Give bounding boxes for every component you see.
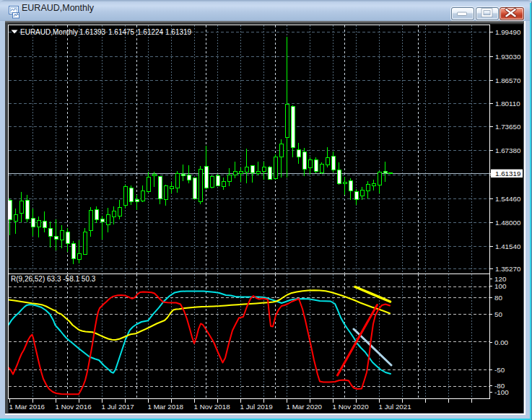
svg-text:1 Mar 2018: 1 Mar 2018 bbox=[148, 403, 184, 411]
svg-text:1 Nov 2018: 1 Nov 2018 bbox=[194, 403, 231, 411]
svg-text:-100: -100 bbox=[494, 388, 509, 396]
svg-text:1 Jul 2019: 1 Jul 2019 bbox=[240, 403, 273, 411]
svg-text:1 Nov 2020: 1 Nov 2020 bbox=[333, 403, 370, 411]
svg-text:EURAUD,Monthly: EURAUD,Monthly bbox=[20, 28, 78, 36]
svg-text:1.35270: 1.35270 bbox=[495, 265, 521, 273]
svg-text:-50: -50 bbox=[494, 366, 505, 374]
svg-text:1.73650: 1.73650 bbox=[495, 123, 521, 131]
svg-text:0.00: 0.00 bbox=[494, 338, 509, 346]
svg-text:1 Mar 2020: 1 Mar 2020 bbox=[287, 403, 323, 411]
svg-text:1 Mar 2016: 1 Mar 2016 bbox=[9, 403, 45, 411]
svg-text:1.93030: 1.93030 bbox=[495, 53, 521, 61]
svg-text:1.61475: 1.61475 bbox=[108, 28, 135, 36]
svg-text:80: 80 bbox=[494, 294, 502, 302]
svg-text:1.67380: 1.67380 bbox=[495, 146, 521, 154]
svg-text:1.61319: 1.61319 bbox=[495, 170, 520, 178]
svg-text:1.48000: 1.48000 bbox=[495, 219, 521, 227]
svg-text:1 Jul 2021: 1 Jul 2021 bbox=[379, 403, 411, 411]
svg-text:1.61224: 1.61224 bbox=[137, 28, 164, 36]
svg-text:1.61319: 1.61319 bbox=[165, 28, 192, 36]
svg-text:50: 50 bbox=[494, 310, 502, 318]
svg-text:1 Jul 2017: 1 Jul 2017 bbox=[102, 403, 134, 411]
svg-text:120: 120 bbox=[494, 275, 507, 283]
svg-text:1.80110: 1.80110 bbox=[495, 100, 520, 108]
svg-text:1.99490: 1.99490 bbox=[495, 28, 521, 36]
svg-text:1.41540: 1.41540 bbox=[495, 242, 521, 250]
svg-text:1.61393: 1.61393 bbox=[79, 28, 106, 36]
svg-text:1 Nov 2016: 1 Nov 2016 bbox=[56, 403, 92, 411]
svg-text:1.86570: 1.86570 bbox=[495, 76, 521, 84]
svg-text:1.54460: 1.54460 bbox=[495, 195, 521, 203]
svg-text:100: 100 bbox=[494, 282, 507, 290]
svg-text:R(9,26,52) 63.3 -58.1 50.3: R(9,26,52) 63.3 -58.1 50.3 bbox=[11, 275, 96, 283]
